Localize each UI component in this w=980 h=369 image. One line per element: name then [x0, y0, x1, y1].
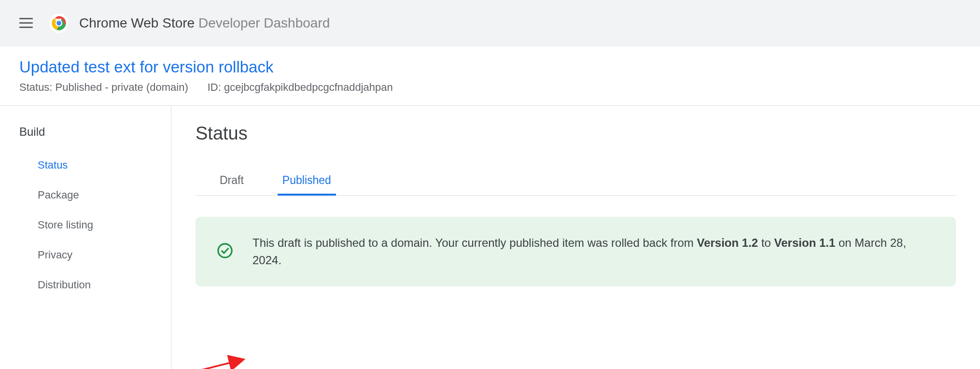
notice-version-to: Version 1.1: [774, 236, 836, 249]
tab-draft[interactable]: Draft: [215, 167, 249, 196]
tab-published[interactable]: Published: [278, 167, 336, 196]
sidebar-item-status[interactable]: Status: [0, 150, 171, 180]
notice-mid: to: [758, 236, 774, 249]
sidebar-section-build: Build: [0, 119, 171, 150]
app-name-bold: Chrome Web Store: [79, 15, 195, 30]
item-header: Updated test ext for version rollback St…: [0, 46, 980, 106]
app-name-light: Developer Dashboard: [195, 15, 330, 30]
svg-point-3: [218, 244, 232, 257]
sidebar-item-package[interactable]: Package: [0, 180, 171, 210]
page-title: Status: [196, 123, 956, 144]
item-id: ID: gcejbcgfakpikdbedpcgcfnaddjahpan: [208, 81, 393, 94]
item-title[interactable]: Updated test ext for version rollback: [19, 58, 961, 76]
sidebar-item-distribution[interactable]: Distribution: [0, 270, 171, 300]
notice-text: This draft is published to a domain. You…: [252, 234, 935, 269]
sidebar: Build Status Package Store listing Priva…: [0, 106, 171, 369]
item-meta: Status: Published - private (domain) ID:…: [19, 81, 961, 94]
app-title: Chrome Web Store Developer Dashboard: [79, 15, 330, 31]
rollback-notice: This draft is published to a domain. You…: [196, 217, 956, 286]
hamburger-menu-icon[interactable]: [19, 15, 35, 31]
notice-pre: This draft is published to a domain. You…: [252, 236, 697, 249]
item-status: Status: Published - private (domain): [19, 81, 188, 94]
sidebar-item-store-listing[interactable]: Store listing: [0, 210, 171, 240]
main-layout: Build Status Package Store listing Priva…: [0, 106, 980, 369]
check-circle-icon: [217, 242, 233, 261]
top-bar: Chrome Web Store Developer Dashboard: [0, 0, 980, 46]
logo-title-group: Chrome Web Store Developer Dashboard: [48, 13, 330, 34]
tabs-row: Draft Published: [196, 167, 956, 196]
chrome-logo-icon: [48, 13, 70, 34]
content-area: Status Draft Published This draft is pub…: [171, 106, 980, 369]
svg-line-4: [167, 359, 244, 369]
annotation-arrow-icon: [162, 287, 258, 369]
sidebar-item-privacy[interactable]: Privacy: [0, 240, 171, 270]
notice-version-from: Version 1.2: [697, 236, 758, 249]
